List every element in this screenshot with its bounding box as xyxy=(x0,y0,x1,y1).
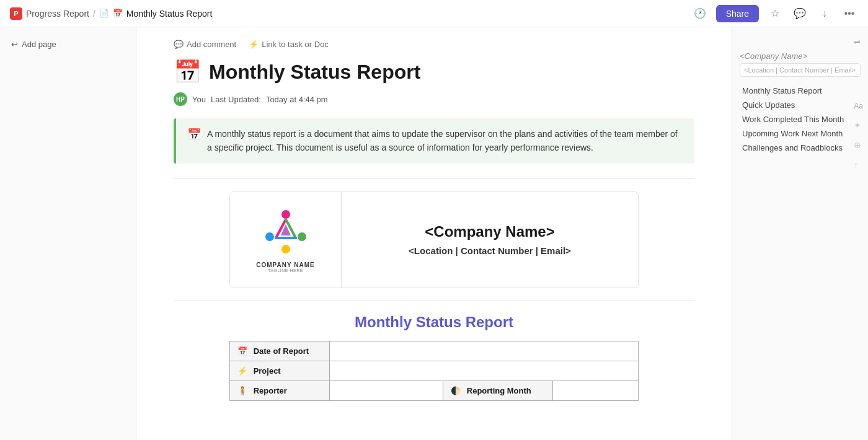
date-icon: 📅 xyxy=(237,346,247,356)
content-area: 💬 Add comment ⚡ Link to task or Doc 📅 Mo… xyxy=(136,27,732,440)
link-label: Link to task or Doc xyxy=(262,40,329,49)
breadcrumb-separator: / xyxy=(93,9,95,19)
reporting-month-label: 🌓 Reporting Month xyxy=(443,381,553,400)
sidebar-item-monthly-status[interactable]: Monthly Status Report xyxy=(740,84,861,97)
author-name: You xyxy=(192,95,206,104)
doc-header: 📅 Monthly Status Report xyxy=(174,59,694,85)
doc-type-icon: 📄 xyxy=(99,9,109,18)
reporting-month-label-text: Reporting Month xyxy=(467,386,531,395)
add-page-label: Add page xyxy=(22,40,56,49)
action-bar: 💬 Add comment ⚡ Link to task or Doc xyxy=(174,40,694,49)
add-comment-button[interactable]: 💬 Add comment xyxy=(174,40,236,49)
date-of-report-label: 📅 Date of Report xyxy=(230,341,330,361)
last-updated-label: Last Updated: xyxy=(211,95,261,104)
comment-icon: 💬 xyxy=(174,40,184,49)
company-logo xyxy=(261,207,311,257)
link-to-task-button[interactable]: ⚡ Link to task or Doc xyxy=(249,40,329,49)
reporter-label-text: Reporter xyxy=(254,386,287,395)
add-page-button[interactable]: ↩ Add page xyxy=(7,37,128,51)
sidebar-item-challenges[interactable]: Challenges and Roadblocks xyxy=(740,141,861,154)
company-card: COMPANY NAME TAGLINE HERE <Company Name>… xyxy=(229,191,639,288)
topbar-actions: 🕐 Share ☆ 💬 ↓ ••• xyxy=(691,5,858,22)
nav-label-1: Quick Updates xyxy=(742,100,795,110)
sidebar-item-quick-updates[interactable]: Quick Updates xyxy=(740,99,861,112)
nav-label-4: Challenges and Roadblocks xyxy=(742,143,843,152)
calendar-doc-icon: 📅 xyxy=(113,9,123,18)
company-name-text: <Company Name> xyxy=(425,223,554,240)
sidebar-item-work-completed[interactable]: Work Completed This Month xyxy=(740,113,861,126)
sidebar-nav: Monthly Status Report Quick Updates Work… xyxy=(740,84,861,154)
section-title: Monthly Status Report xyxy=(174,314,694,331)
more-options-icon[interactable]: ••• xyxy=(841,5,858,22)
breadcrumb-doc-title: Monthly Status Report xyxy=(126,9,213,19)
date-of-report-value[interactable] xyxy=(329,341,638,361)
reporter-label: 🧍 Reporter xyxy=(230,381,330,400)
app-name: Progress Report xyxy=(26,9,89,19)
topbar: P Progress Report / 📄 📅 Monthly Status R… xyxy=(0,0,868,27)
avatar: HP xyxy=(174,92,187,106)
left-sidebar: ↩ Add page xyxy=(0,27,136,440)
star-icon[interactable]: ☆ xyxy=(766,5,784,22)
sidebar-action-icons: Aa ✦ ⊕ ↑ xyxy=(854,102,863,170)
date-label-text: Date of Report xyxy=(254,346,309,356)
nav-label-3: Upcoming Work Next Month xyxy=(742,129,843,138)
project-value[interactable] xyxy=(329,361,638,381)
star-sidebar-icon[interactable]: ✦ xyxy=(854,120,863,130)
reporter-icon: 🧍 xyxy=(237,386,247,395)
company-contact-text: <Location | Contact Number | Email> xyxy=(409,245,571,256)
report-table: 📅 Date of Report ⚡ Project 🧍 Reporter xyxy=(229,341,639,401)
svg-point-1 xyxy=(265,232,274,241)
reporting-month-value[interactable] xyxy=(553,381,639,400)
sidebar-item-upcoming-work[interactable]: Upcoming Work Next Month xyxy=(740,127,861,140)
project-icon: ⚡ xyxy=(237,366,247,376)
sidebar-collapse-button[interactable]: ⇌ xyxy=(740,37,861,46)
svg-point-0 xyxy=(281,210,290,219)
table-row: ⚡ Project xyxy=(230,361,639,381)
chat-icon[interactable]: 💬 xyxy=(791,5,808,22)
doc-title: Monthly Status Report xyxy=(209,61,420,84)
nav-label-0: Monthly Status Report xyxy=(742,86,822,95)
link-icon: ⚡ xyxy=(249,40,259,49)
share-sidebar-icon[interactable]: ↑ xyxy=(854,160,863,170)
last-updated-value: Today at 4:44 pm xyxy=(266,95,328,104)
month-icon: 🌓 xyxy=(451,386,461,395)
font-size-icon[interactable]: Aa xyxy=(854,102,863,110)
author-line: HP You Last Updated: Today at 4:44 pm xyxy=(174,92,694,106)
reporter-value[interactable] xyxy=(329,381,443,400)
history-icon[interactable]: 🕐 xyxy=(691,5,709,22)
divider-2 xyxy=(174,301,694,301)
company-logo-area: COMPANY NAME TAGLINE HERE xyxy=(230,192,342,288)
callout-icon: 📅 xyxy=(187,128,201,141)
users-icon[interactable]: ⊕ xyxy=(854,140,863,150)
divider-1 xyxy=(174,178,694,179)
table-row: 🧍 Reporter 🌓 Reporting Month xyxy=(230,381,639,400)
collapse-icon: ⇌ xyxy=(854,37,861,46)
callout-block: 📅 A monthly status report is a document … xyxy=(174,118,694,164)
table-row: 📅 Date of Report xyxy=(230,341,639,361)
right-sidebar: ⇌ <Company Name> <Location | Contact Num… xyxy=(732,27,868,440)
svg-point-3 xyxy=(281,245,290,253)
add-page-icon: ↩ xyxy=(11,40,18,49)
nav-label-2: Work Completed This Month xyxy=(742,115,844,124)
company-info-area: <Company Name> <Location | Contact Numbe… xyxy=(342,192,638,288)
svg-point-2 xyxy=(298,232,306,241)
download-icon[interactable]: ↓ xyxy=(816,5,833,22)
project-label-text: Project xyxy=(254,366,281,376)
logo-label: COMPANY NAME xyxy=(256,262,314,268)
main-layout: ↩ Add page 💬 Add comment ⚡ Link to task … xyxy=(0,27,868,440)
project-label: ⚡ Project xyxy=(230,361,330,381)
doc-title-icon: 📅 xyxy=(174,59,202,85)
breadcrumb: P Progress Report / 📄 📅 Monthly Status R… xyxy=(10,7,212,20)
add-comment-label: Add comment xyxy=(187,40,236,49)
sidebar-location: <Location | Contact Number | Email> xyxy=(740,63,861,77)
app-icon: P xyxy=(10,7,22,20)
logo-tagline: TAGLINE HERE xyxy=(268,268,303,273)
sidebar-company-name: <Company Name> xyxy=(740,51,861,61)
callout-text: A monthly status report is a document th… xyxy=(207,127,683,155)
share-button[interactable]: Share xyxy=(716,5,759,22)
